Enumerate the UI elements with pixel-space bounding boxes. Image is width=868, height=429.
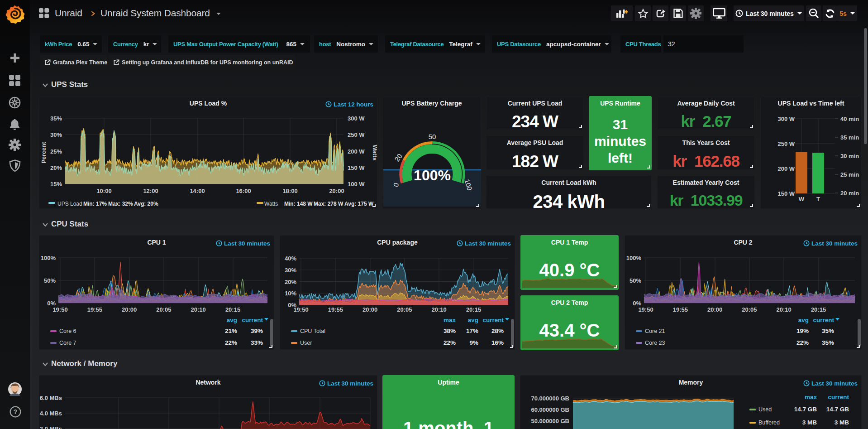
svg-text:19:55: 19:55 <box>328 306 343 313</box>
svg-text:2.0 MBs: 2.0 MBs <box>40 425 62 429</box>
svg-text:20%: 20% <box>50 164 62 171</box>
svg-text:10:00: 10:00 <box>96 188 111 194</box>
svg-text:200 W: 200 W <box>348 148 365 155</box>
svg-text:19:55: 19:55 <box>87 306 102 313</box>
svg-text:50: 50 <box>429 133 436 140</box>
svg-text:20:05: 20:05 <box>397 306 412 313</box>
svg-text:avg: avg <box>798 317 809 323</box>
svg-text:19:50: 19:50 <box>293 306 308 313</box>
svg-text:40%: 40% <box>285 255 296 262</box>
svg-text:20:10: 20:10 <box>432 306 447 313</box>
svg-text:12:00: 12:00 <box>143 188 158 194</box>
svg-text:35%: 35% <box>50 115 62 122</box>
svg-text:22%: 22% <box>796 339 809 346</box>
svg-text:10%: 10% <box>285 290 296 297</box>
svg-text:User: User <box>300 340 312 346</box>
svg-text:35%: 35% <box>822 328 834 334</box>
svg-text:19:50: 19:50 <box>638 306 653 313</box>
svg-text:250 W: 250 W <box>777 140 795 147</box>
svg-text:14:00: 14:00 <box>190 188 205 194</box>
svg-text:3 MB: 3 MB <box>802 419 817 426</box>
svg-text:Percent: Percent <box>40 141 47 163</box>
svg-text:max: max <box>444 317 456 323</box>
svg-text:current: current <box>828 394 849 400</box>
svg-text:18:00: 18:00 <box>282 188 297 194</box>
svg-text:current: current <box>482 317 504 323</box>
svg-text:200 W: 200 W <box>777 165 795 172</box>
svg-text:33%: 33% <box>251 339 263 346</box>
svg-text:9%: 9% <box>469 339 478 346</box>
svg-text:20:15: 20:15 <box>466 306 481 313</box>
svg-text:20:00: 20:00 <box>707 306 722 313</box>
svg-text:max: max <box>805 394 817 400</box>
svg-text:21%: 21% <box>225 328 237 334</box>
svg-text:19:55: 19:55 <box>673 306 688 313</box>
svg-text:300 W: 300 W <box>777 116 795 122</box>
svg-text:Min: 148 W: Min: 148 W <box>284 201 313 207</box>
svg-text:?: ? <box>14 408 18 415</box>
svg-text:20:00: 20:00 <box>122 306 137 313</box>
svg-text:Core 23: Core 23 <box>645 340 665 346</box>
svg-text:20:10: 20:10 <box>191 306 206 313</box>
svg-text:20:05: 20:05 <box>156 306 171 313</box>
svg-text:19%: 19% <box>796 328 809 334</box>
svg-text:20:15: 20:15 <box>225 306 240 313</box>
svg-text:17%: 17% <box>466 328 478 334</box>
svg-text:100%: 100% <box>626 255 642 261</box>
svg-text:250 W: 250 W <box>348 131 365 138</box>
svg-text:150 W: 150 W <box>348 164 365 171</box>
svg-text:100%: 100% <box>414 167 451 183</box>
svg-text:30%: 30% <box>50 131 62 138</box>
svg-text:avg: avg <box>468 317 478 323</box>
svg-text:14.7 GB: 14.7 GB <box>826 406 849 413</box>
svg-text:current: current <box>242 317 263 323</box>
svg-text:CPU Total: CPU Total <box>300 328 325 334</box>
svg-text:Min: 17%: Min: 17% <box>83 201 107 207</box>
svg-text:14.7 GB: 14.7 GB <box>794 406 817 413</box>
svg-text:Used: Used <box>758 406 772 413</box>
svg-text:100%: 100% <box>41 255 56 261</box>
svg-text:50%: 50% <box>630 277 641 284</box>
svg-text:Core 7: Core 7 <box>59 340 76 346</box>
svg-text:4.0 MBs: 4.0 MBs <box>40 410 62 417</box>
svg-text:0%: 0% <box>633 300 641 307</box>
svg-text:30 min: 30 min <box>840 153 859 159</box>
svg-text:Max: 32%: Max: 32% <box>108 201 133 207</box>
svg-text:Avg: 20%: Avg: 20% <box>134 201 158 207</box>
svg-text:35%: 35% <box>822 339 834 346</box>
svg-text:20:00: 20:00 <box>362 306 377 313</box>
svg-text:22%: 22% <box>225 339 237 346</box>
svg-text:25 min: 25 min <box>840 171 859 178</box>
svg-text:16%: 16% <box>491 339 504 346</box>
svg-text:W: W <box>799 196 805 202</box>
svg-text:100 W: 100 W <box>348 181 365 188</box>
svg-text:Core 6: Core 6 <box>59 328 76 334</box>
svg-text:60.000000 GB: 60.000000 GB <box>531 406 569 413</box>
svg-text:20:15: 20:15 <box>811 306 826 313</box>
svg-text:39%: 39% <box>251 328 263 334</box>
svg-text:16:00: 16:00 <box>236 188 251 194</box>
svg-text:50.000000 GB: 50.000000 GB <box>531 418 569 424</box>
svg-text:25%: 25% <box>50 148 62 155</box>
svg-text:40 min: 40 min <box>840 116 859 122</box>
svg-text:T: T <box>816 196 820 202</box>
svg-text:UPS Load: UPS Load <box>57 201 82 207</box>
svg-text:20%: 20% <box>285 279 296 285</box>
svg-text:70.000000 GB: 70.000000 GB <box>531 395 569 402</box>
svg-text:Watts: Watts <box>372 145 378 161</box>
svg-text:avg: avg <box>227 317 237 323</box>
svg-text:50%: 50% <box>44 277 56 284</box>
svg-text:0%: 0% <box>47 300 56 307</box>
svg-text:20:00: 20:00 <box>329 188 344 194</box>
svg-text:22%: 22% <box>444 339 456 346</box>
svg-text:Avg: 175 W: Avg: 175 W <box>344 201 374 207</box>
svg-text:28%: 28% <box>491 328 504 334</box>
svg-text:35 min: 35 min <box>840 134 859 141</box>
svg-text:20:10: 20:10 <box>777 306 792 313</box>
svg-text:Watts: Watts <box>264 201 278 207</box>
svg-text:3 MB: 3 MB <box>835 419 849 426</box>
svg-text:19:50: 19:50 <box>52 306 67 313</box>
svg-text:Buffered: Buffered <box>758 419 780 426</box>
svg-text:15%: 15% <box>50 181 62 188</box>
svg-text:150 W: 150 W <box>777 190 795 197</box>
